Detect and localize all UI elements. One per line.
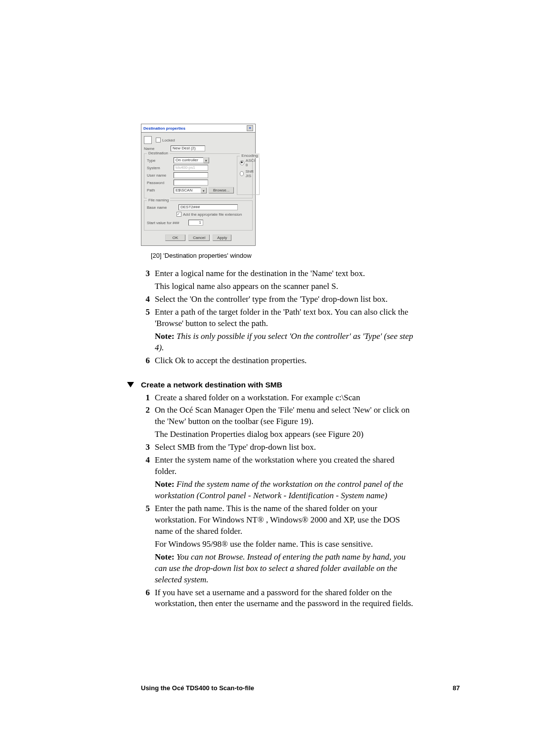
step-item: 5Enter a path of the target folder in th… — [141, 307, 418, 330]
step-note: Note: You can not Browse. Instead of ent… — [155, 552, 418, 586]
step-text: Select SMB from the 'Type' drop-down lis… — [155, 442, 418, 453]
step-text-continued: For Windows 95/98® use the folder name. … — [155, 539, 418, 550]
name-input[interactable]: New Dest (2) — [171, 145, 205, 151]
step-number: 6 — [141, 355, 150, 367]
add-extension-label: Add the appropriate file extension — [183, 212, 242, 217]
note-text: This is only possible if you select 'On … — [155, 331, 413, 352]
dialog-body: Locked Name New Dest (2) Destination Typ… — [141, 133, 255, 245]
password-label: Password — [147, 181, 172, 185]
group-destination: Destination Type On controller ▾ — [144, 153, 253, 198]
step-note: Note: This is only possible if you selec… — [155, 331, 418, 354]
note-text: Find the system name of the workstation … — [155, 479, 403, 500]
step-text: Enter the path name. This is the name of… — [155, 503, 418, 537]
triangle-icon — [127, 382, 134, 387]
radio-icon — [240, 171, 244, 176]
radio-shiftjis-label: Shift JIS — [245, 169, 257, 178]
step-text: Create a shared folder on a workstation.… — [155, 392, 418, 404]
note-label: Note: — [155, 331, 177, 341]
steps-list-b: 1Create a shared folder on a workstation… — [141, 392, 418, 610]
step-item: 3Select SMB from the 'Type' drop-down li… — [141, 442, 418, 453]
step-number: 4 — [141, 455, 150, 477]
close-icon[interactable]: × — [247, 125, 253, 131]
radio-ascii-label: ASCII 8 — [246, 158, 257, 167]
path-select[interactable]: E$\SCAN ▾ — [174, 188, 207, 193]
step-number: 3 — [141, 268, 150, 280]
footer-title: Using the Océ TDS400 to Scan-to-file — [141, 684, 254, 692]
step-text-continued: This logical name also appears on the sc… — [155, 281, 418, 292]
step-number: 5 — [141, 307, 150, 330]
steps-list-a: 3Enter a logical name for the destinatio… — [141, 268, 418, 367]
apply-button[interactable]: Apply — [213, 235, 231, 241]
step-number: 4 — [141, 294, 150, 305]
note-text: You can not Browse. Instead of entering … — [155, 552, 405, 584]
dialog-titlebar: Destination properties × — [141, 124, 255, 133]
step-item: 3Enter a logical name for the destinatio… — [141, 268, 418, 280]
cancel-button[interactable]: Cancel — [188, 235, 210, 241]
step-number: 5 — [141, 503, 150, 537]
step-text: Enter the system name of the workstation… — [155, 455, 418, 477]
note-label: Note: — [155, 552, 177, 562]
dialog-destination-properties: Destination properties × Locked Name New… — [141, 124, 256, 246]
system-input[interactable]: tds400-ps1 — [174, 165, 208, 171]
type-label: Type — [147, 158, 172, 163]
group-file-naming-label: File naming — [147, 198, 170, 202]
step-note: Note: Find the system name of the workst… — [155, 479, 418, 502]
group-destination-label: Destination — [147, 151, 170, 155]
add-extension-checkbox[interactable]: Add the appropriate file extension — [177, 212, 242, 217]
checkbox-icon — [177, 212, 181, 217]
step-item: 4Select the 'On the controller' type fro… — [141, 294, 418, 305]
locked-checkbox[interactable]: Locked — [156, 138, 175, 142]
step-item: 6If you have set a username and a passwo… — [141, 587, 418, 610]
dialog-title: Destination properties — [143, 126, 185, 131]
step-number: 1 — [141, 392, 150, 404]
startvalue-input[interactable]: 1 — [188, 220, 203, 226]
step-item: 4Enter the system name of the workstatio… — [141, 455, 418, 477]
step-text: If you have set a username and a passwor… — [155, 587, 418, 610]
locked-label: Locked — [162, 138, 175, 142]
section-title: Create a network destination with SMB — [141, 380, 282, 389]
step-item: 6Click Ok to accept the destination prop… — [141, 355, 418, 367]
step-number: 6 — [141, 587, 150, 610]
startvalue-label: Start value for ### — [147, 221, 186, 225]
ok-button[interactable]: OK — [165, 235, 186, 241]
browse-button[interactable]: Browse... — [209, 187, 234, 193]
chevron-down-icon: ▾ — [201, 188, 207, 193]
step-text: Enter a path of the target folder in the… — [155, 307, 418, 330]
radio-icon — [240, 160, 244, 165]
step-text: Enter a logical name for the destination… — [155, 268, 418, 280]
basename-label: Base name — [147, 205, 177, 210]
name-label: Name — [144, 146, 169, 151]
step-text: Select the 'On the controller' type from… — [155, 294, 418, 305]
system-label: System — [147, 166, 172, 170]
password-input[interactable] — [174, 180, 208, 186]
page: Destination properties × Locked Name New… — [0, 0, 534, 756]
page-number: 87 — [453, 684, 460, 692]
username-input[interactable] — [174, 172, 208, 178]
note-label: Note: — [155, 479, 177, 489]
type-select[interactable]: On controller ▾ — [174, 157, 209, 163]
step-item: 5Enter the path name. This is the name o… — [141, 503, 418, 537]
page-footer: Using the Océ TDS400 to Scan-to-file 87 — [141, 684, 460, 692]
dialog-icon — [144, 136, 152, 144]
step-text: On the Océ Scan Manager Open the 'File' … — [155, 405, 418, 427]
step-item: 1Create a shared folder on a workstation… — [141, 392, 418, 404]
chevron-down-icon: ▾ — [203, 157, 209, 163]
content-column: Destination properties × Locked Name New… — [141, 124, 418, 610]
type-value: On controller — [174, 157, 203, 163]
basename-input[interactable]: DEST2### — [178, 204, 238, 210]
checkbox-icon — [156, 138, 161, 142]
path-label: Path — [147, 188, 172, 192]
path-value: E$\SCAN — [174, 188, 201, 193]
group-encoding: Encoding ASCII 8 Shift JIS — [237, 156, 260, 195]
group-file-naming: File naming Base name DEST2### Add the a… — [144, 200, 253, 231]
username-label: User name — [147, 173, 172, 178]
step-number: 3 — [141, 442, 150, 453]
step-text-continued: The Destination Properties dialog box ap… — [155, 429, 418, 440]
step-number: 2 — [141, 405, 150, 427]
radio-ascii[interactable]: ASCII 8 — [240, 158, 257, 167]
step-text: Click Ok to accept the destination prope… — [155, 355, 418, 367]
step-item: 2On the Océ Scan Manager Open the 'File'… — [141, 405, 418, 427]
radio-shiftjis[interactable]: Shift JIS — [240, 169, 257, 178]
section-heading: Create a network destination with SMB — [127, 380, 418, 389]
figure-caption: [20] 'Destination properties' window — [151, 252, 418, 259]
